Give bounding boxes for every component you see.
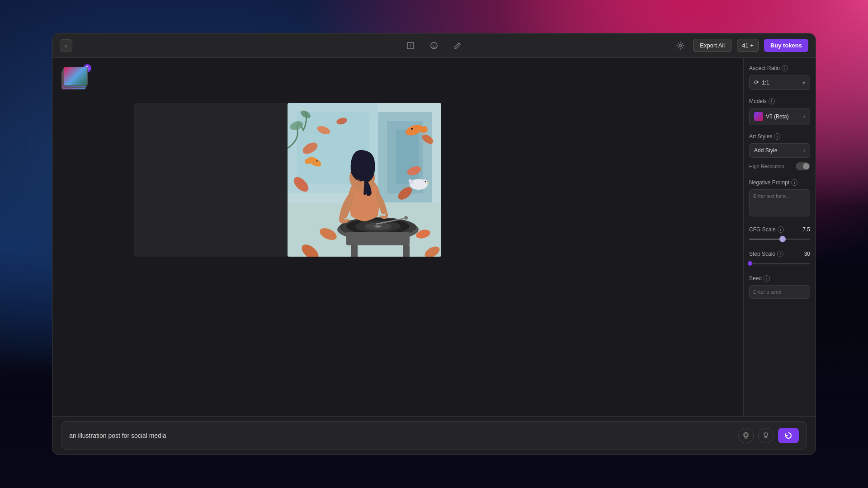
aspect-ratio-info[interactable]: i bbox=[782, 65, 788, 71]
aspect-ratio-label: Aspect Ratio i bbox=[749, 65, 810, 71]
export-all-button[interactable]: Export All bbox=[693, 39, 731, 52]
location-button[interactable] bbox=[738, 428, 754, 443]
generate-icon bbox=[784, 431, 793, 440]
models-info[interactable]: i bbox=[769, 98, 775, 104]
aspect-ratio-section: Aspect Ratio i ⟳ 1:1 ▾ bbox=[749, 65, 810, 90]
step-scale-info[interactable]: i bbox=[777, 251, 783, 257]
header-center-icons: T bbox=[403, 38, 465, 53]
step-scale-value: 30 bbox=[804, 251, 810, 257]
svg-line-54 bbox=[768, 433, 768, 433]
canvas-area: 5 bbox=[52, 58, 743, 416]
step-scale-label: Step Scale i bbox=[749, 251, 783, 257]
step-scale-thumb[interactable] bbox=[748, 261, 752, 266]
models-chevron: › bbox=[803, 113, 805, 120]
prompt-text: an illustration post for social media bbox=[69, 432, 733, 439]
app-window: ‹ T bbox=[52, 33, 816, 455]
illustration-svg bbox=[288, 103, 441, 257]
high-resolution-toggle[interactable] bbox=[796, 162, 810, 170]
svg-text:T: T bbox=[409, 43, 412, 48]
cfg-scale-section: CFG Scale i 7.5 bbox=[749, 226, 810, 243]
add-style-chevron: › bbox=[803, 147, 805, 154]
step-scale-section: Step Scale i 30 bbox=[749, 251, 810, 267]
negative-prompt-section: Negative Prompt i bbox=[749, 179, 810, 218]
bulb-button[interactable] bbox=[758, 428, 774, 443]
edit-icon[interactable] bbox=[450, 38, 465, 53]
svg-point-22 bbox=[404, 216, 408, 220]
cfg-scale-thumb[interactable] bbox=[779, 236, 786, 242]
high-resolution-row: High Resolution bbox=[749, 161, 810, 171]
bottom-bar: an illustration post for social media bbox=[52, 416, 816, 455]
right-sidebar: Aspect Ratio i ⟳ 1:1 ▾ Models i bbox=[743, 58, 816, 416]
prompt-area: an illustration post for social media bbox=[61, 421, 807, 450]
step-scale-track bbox=[749, 263, 810, 264]
location-icon bbox=[742, 432, 750, 440]
seed-label: Seed i bbox=[749, 275, 810, 282]
model-thumbnail bbox=[754, 112, 763, 121]
svg-point-2 bbox=[431, 42, 437, 49]
main-content: 5 bbox=[52, 58, 816, 416]
step-scale-row: Step Scale i 30 bbox=[749, 251, 810, 257]
svg-point-4 bbox=[435, 44, 436, 45]
prompt-actions bbox=[738, 428, 799, 443]
back-button[interactable]: ‹ bbox=[60, 39, 72, 52]
svg-point-44 bbox=[316, 160, 318, 162]
model-value-container: V5 (Beta) bbox=[754, 112, 789, 121]
art-styles-info[interactable]: i bbox=[774, 133, 780, 140]
ratio-icon: ⟳ bbox=[754, 79, 759, 86]
generate-button[interactable] bbox=[778, 428, 799, 443]
svg-point-49 bbox=[425, 181, 426, 183]
svg-line-53 bbox=[764, 433, 764, 433]
svg-point-3 bbox=[433, 44, 434, 45]
models-dropdown[interactable]: V5 (Beta) › bbox=[749, 108, 810, 125]
back-icon: ‹ bbox=[65, 42, 67, 49]
aspect-ratio-chevron: ▾ bbox=[802, 80, 805, 86]
settings-button[interactable] bbox=[673, 38, 688, 53]
add-style-button[interactable]: Add Style › bbox=[749, 143, 810, 158]
header-right: Export All 41 + Buy tokens bbox=[673, 38, 808, 53]
cfg-scale-fill bbox=[749, 239, 783, 240]
svg-point-29 bbox=[364, 174, 368, 177]
aspect-ratio-value: ⟳ 1:1 bbox=[754, 79, 769, 86]
main-image bbox=[288, 103, 441, 257]
svg-rect-10 bbox=[396, 130, 419, 184]
svg-point-42 bbox=[411, 128, 413, 130]
svg-point-51 bbox=[764, 433, 768, 436]
text-icon[interactable]: T bbox=[403, 38, 418, 53]
cfg-scale-info[interactable]: i bbox=[778, 226, 784, 233]
seed-section: Seed i bbox=[749, 275, 810, 299]
art-styles-label: Art Styles i bbox=[749, 133, 810, 140]
thumb-layer-1 bbox=[63, 67, 88, 86]
bulb-icon bbox=[762, 432, 770, 440]
art-styles-section: Art Styles i Add Style › High Resolution bbox=[749, 133, 810, 171]
canvas-placeholder bbox=[134, 103, 288, 257]
negative-prompt-label: Negative Prompt i bbox=[749, 179, 810, 186]
svg-point-48 bbox=[422, 179, 427, 185]
toggle-knob bbox=[803, 163, 809, 169]
face-icon[interactable] bbox=[427, 38, 441, 53]
models-label: Models i bbox=[749, 98, 810, 104]
aspect-ratio-dropdown[interactable]: ⟳ 1:1 ▾ bbox=[749, 75, 810, 90]
svg-rect-24 bbox=[351, 245, 358, 257]
svg-rect-23 bbox=[346, 232, 410, 245]
svg-point-20 bbox=[376, 226, 380, 227]
cfg-scale-label: CFG Scale i bbox=[749, 226, 784, 233]
models-section: Models i V5 (Beta) › bbox=[749, 98, 810, 125]
svg-point-28 bbox=[357, 175, 360, 178]
seed-info[interactable]: i bbox=[764, 275, 770, 282]
high-resolution-label: High Resolution bbox=[749, 164, 784, 169]
cfg-scale-slider-container bbox=[749, 235, 810, 243]
buy-tokens-button[interactable]: Buy tokens bbox=[764, 39, 808, 52]
negative-prompt-info[interactable]: i bbox=[791, 179, 797, 186]
svg-point-5 bbox=[679, 44, 682, 47]
seed-input[interactable] bbox=[749, 285, 810, 299]
cfg-scale-track bbox=[749, 239, 810, 240]
cfg-scale-row: CFG Scale i 7.5 bbox=[749, 226, 810, 233]
tokens-count[interactable]: 41 + bbox=[737, 39, 759, 52]
svg-point-50 bbox=[745, 434, 747, 436]
header: ‹ T bbox=[52, 33, 816, 58]
svg-rect-25 bbox=[403, 245, 410, 257]
cfg-scale-value: 7.5 bbox=[802, 226, 810, 233]
step-scale-slider-container bbox=[749, 260, 810, 267]
negative-prompt-input[interactable] bbox=[749, 189, 810, 216]
